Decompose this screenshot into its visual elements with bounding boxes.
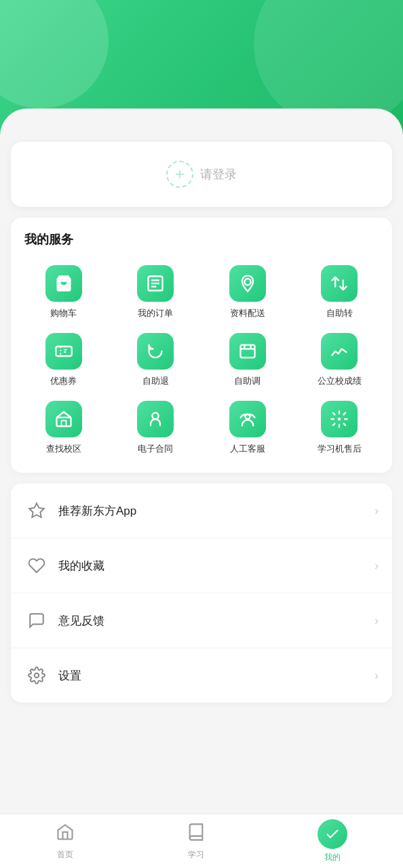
delivery-label: 资料配送 bbox=[230, 307, 265, 319]
adjust-label: 自助调 bbox=[234, 375, 261, 387]
services-grid: 购物车 我的订单 资料配送 自助转 优惠 bbox=[18, 258, 385, 462]
score-icon bbox=[321, 333, 358, 370]
service-item-refund[interactable]: 自助退 bbox=[110, 326, 202, 394]
svg-rect-13 bbox=[56, 418, 71, 427]
menu-item-settings[interactable]: 设置 › bbox=[11, 648, 392, 703]
svg-point-19 bbox=[35, 673, 39, 678]
services-card: 我的服务 购物车 我的订单 资料配送 自助转 bbox=[11, 218, 392, 473]
machine-icon bbox=[321, 401, 358, 437]
campus-label: 查找校区 bbox=[46, 443, 81, 455]
service-item-coupon[interactable]: 优惠券 bbox=[18, 326, 110, 394]
service-item-delivery[interactable]: 资料配送 bbox=[202, 258, 294, 326]
mine-nav-label: 我的 bbox=[324, 852, 341, 863]
service-item-machine[interactable]: 学习机售后 bbox=[294, 394, 386, 462]
menu-list: 推荐新东方App › 我的收藏 › 意见反馈 › 设置 › bbox=[11, 484, 392, 703]
contract-icon bbox=[137, 401, 174, 437]
service-item-score[interactable]: 公立校成绩 bbox=[294, 326, 386, 394]
score-label: 公立校成绩 bbox=[318, 375, 362, 387]
svg-marker-18 bbox=[29, 503, 44, 517]
service-item-order[interactable]: 我的订单 bbox=[110, 258, 202, 326]
gear-icon bbox=[24, 663, 49, 688]
svg-rect-14 bbox=[61, 420, 66, 426]
home-icon bbox=[56, 823, 75, 846]
login-plus-icon: + bbox=[166, 161, 193, 188]
mine-active-badge bbox=[318, 819, 347, 849]
nav-item-mine[interactable]: 我的 bbox=[304, 814, 361, 868]
menu-item-feedback[interactable]: 意见反馈 › bbox=[11, 593, 392, 648]
recommend-arrow: › bbox=[375, 504, 379, 518]
svg-point-15 bbox=[153, 413, 159, 419]
service-icon bbox=[229, 401, 266, 437]
service-item-transfer[interactable]: 自助转 bbox=[294, 258, 386, 326]
favorites-arrow: › bbox=[375, 559, 379, 573]
service-item-adjust[interactable]: 自助调 bbox=[202, 326, 294, 394]
menu-item-recommend[interactable]: 推荐新东方App › bbox=[11, 484, 392, 538]
contract-label: 电子合同 bbox=[138, 443, 173, 455]
service-item-cart[interactable]: 购物车 bbox=[18, 258, 110, 326]
cart-label: 购物车 bbox=[50, 307, 77, 319]
delivery-icon bbox=[229, 265, 266, 302]
order-icon bbox=[137, 265, 174, 302]
login-area[interactable]: + 请登录 bbox=[11, 142, 392, 207]
star-icon bbox=[24, 498, 49, 523]
recommend-label: 推荐新东方App bbox=[58, 503, 375, 519]
menu-item-favorites[interactable]: 我的收藏 › bbox=[11, 538, 392, 593]
feedback-label: 意见反馈 bbox=[58, 613, 375, 629]
settings-arrow: › bbox=[375, 669, 379, 683]
nav-item-study[interactable]: 学习 bbox=[173, 817, 219, 866]
bottom-nav: 首页 学习 我的 bbox=[0, 814, 403, 868]
feedback-arrow: › bbox=[375, 614, 379, 628]
coupon-label: 优惠券 bbox=[50, 375, 77, 387]
transfer-icon bbox=[321, 265, 358, 302]
svg-rect-5 bbox=[56, 347, 71, 356]
favorites-label: 我的收藏 bbox=[58, 558, 375, 574]
svg-point-4 bbox=[244, 279, 250, 285]
nav-item-home[interactable]: 首页 bbox=[42, 817, 88, 866]
comment-icon bbox=[24, 608, 49, 633]
transfer-label: 自助转 bbox=[326, 307, 353, 319]
service-item-campus[interactable]: 查找校区 bbox=[18, 394, 110, 462]
study-nav-label: 学习 bbox=[188, 849, 204, 861]
svg-rect-9 bbox=[240, 345, 254, 358]
services-title: 我的服务 bbox=[18, 231, 385, 248]
machine-label: 学习机售后 bbox=[318, 443, 362, 455]
service-item-service[interactable]: 人工客服 bbox=[202, 394, 294, 462]
campus-icon bbox=[45, 401, 82, 437]
refund-label: 自助退 bbox=[142, 375, 169, 387]
settings-label: 设置 bbox=[58, 668, 375, 684]
refund-icon bbox=[137, 333, 174, 370]
cart-icon bbox=[45, 265, 82, 302]
service-label: 人工客服 bbox=[230, 443, 265, 455]
adjust-icon bbox=[229, 333, 266, 370]
coupon-icon bbox=[45, 333, 82, 370]
book-icon bbox=[187, 823, 206, 846]
heart-icon bbox=[24, 553, 49, 578]
svg-point-17 bbox=[338, 418, 341, 421]
home-nav-label: 首页 bbox=[57, 849, 73, 861]
login-text: 请登录 bbox=[200, 166, 237, 182]
service-item-contract[interactable]: 电子合同 bbox=[110, 394, 202, 462]
order-label: 我的订单 bbox=[138, 307, 173, 319]
